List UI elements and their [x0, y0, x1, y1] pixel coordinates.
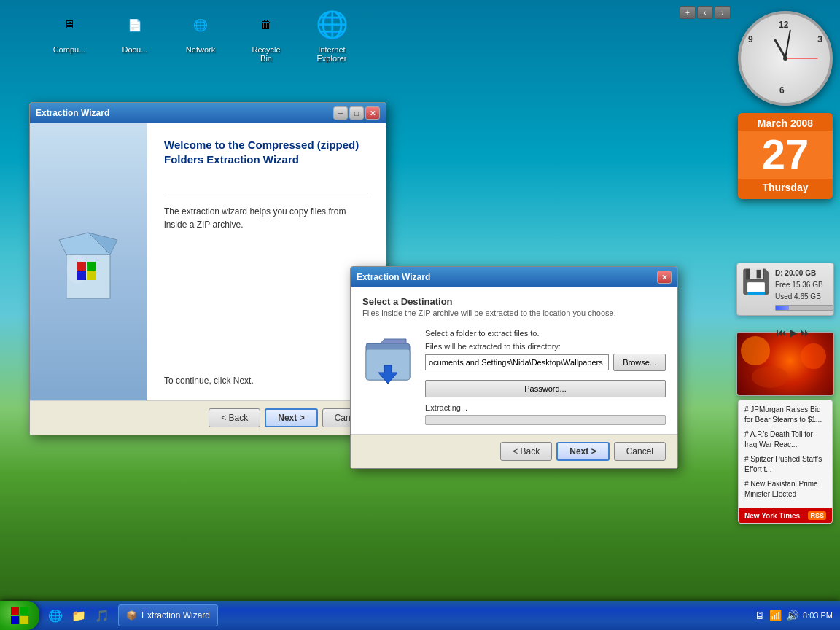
news-item-4[interactable]: # New Pakistani Prime Minister Elected — [744, 479, 826, 499]
clock-widget: 12 3 6 9 — [738, 11, 833, 106]
extraction-wizard-window-1: Extraction Wizard ─ □ ✕ — [29, 102, 386, 435]
desktop-icon-group: 🖥 Compu... 📄 Docu... 🌐 Network 🗑 Recycle… — [44, 7, 357, 63]
extraction-wizard-window-2: Extraction Wizard ✕ Select a Destination… — [350, 266, 678, 469]
svg-point-7 — [66, 254, 88, 284]
path-input[interactable] — [425, 354, 609, 370]
taskbar-app-icon: 📦 — [126, 610, 137, 621]
window1-body: Welcome to the Compressed (zipped) Folde… — [30, 123, 386, 400]
news-item-1[interactable]: # JPMorgan Raises Bid for Bear Stearns t… — [744, 405, 826, 425]
window1-maximize-button[interactable]: □ — [349, 106, 364, 120]
hdd-icon: 💾 — [742, 268, 771, 295]
next-gadget-button[interactable]: › — [715, 6, 731, 19]
computer-icon-label: Compu... — [53, 45, 86, 54]
path-label: Files will be extracted to this director… — [425, 342, 666, 351]
window1-minimize-button[interactable]: ─ — [333, 106, 348, 120]
path-input-row: Browse... — [425, 354, 666, 371]
flower-widget — [736, 332, 834, 396]
play-button[interactable]: ▶ — [790, 327, 798, 338]
clock-num-12: 12 — [779, 20, 788, 30]
calendar-month: March 2008 — [738, 113, 833, 131]
wizard-welcome-title: Welcome to the Compressed (zipped) Folde… — [164, 138, 368, 166]
extracting-label: Extracting... — [425, 403, 666, 412]
window1-titlebar: Extraction Wizard ─ □ ✕ — [30, 103, 386, 123]
desktop-icon-ie[interactable]: 🌐 InternetExplorer — [306, 7, 357, 63]
folder-label: Select a folder to extract files to. — [425, 329, 666, 338]
browse-button[interactable]: Browse... — [613, 354, 666, 371]
folder-svg — [362, 329, 413, 387]
news-footer: New York Times RSS — [739, 508, 832, 523]
window1-controls: ─ □ ✕ — [333, 106, 380, 120]
desktop-icon-documents[interactable]: 📄 Docu... — [109, 7, 160, 63]
news-widget: # JPMorgan Raises Bid for Bear Stearns t… — [738, 400, 833, 524]
taskbar: 🌐 📁 🎵 📦 Extraction Wizard 🖥 📶 🔊 8:03 PM — [0, 601, 840, 630]
desktop-icon-network[interactable]: 🌐 Network — [175, 7, 226, 63]
tray-network-icon[interactable]: 📶 — [769, 610, 782, 621]
storage-bar — [775, 305, 833, 311]
news-content: # JPMorgan Raises Bid for Bear Stearns t… — [739, 400, 832, 508]
svg-rect-14 — [20, 616, 28, 624]
window2-cancel-button[interactable]: Cancel — [614, 442, 666, 461]
tray-monitor-icon[interactable]: 🖥 — [755, 610, 765, 621]
window2-titlebar: Extraction Wizard ✕ — [351, 267, 677, 287]
window2-section-title: Select a Destination — [362, 296, 666, 307]
storage-widget: 💾 D: 20.00 GB Free 15.36 GB Used 4.65 GB — [736, 262, 834, 316]
window2-section: Select a folder to extract files to. Fil… — [362, 329, 666, 425]
flower-image — [737, 332, 833, 395]
window2-next-button[interactable]: Next > — [556, 442, 609, 461]
taskbar-tray: 🖥 📶 🔊 8:03 PM — [755, 610, 840, 621]
desktop-icon-recycle[interactable]: 🗑 RecycleBin — [241, 7, 292, 63]
prev-gadget-button[interactable]: ‹ — [697, 6, 713, 19]
window2-form: Select a folder to extract files to. Fil… — [425, 329, 666, 425]
window1-back-button[interactable]: < Back — [209, 408, 260, 427]
recycle-bin-label: RecycleBin — [252, 45, 280, 63]
window1-title: Extraction Wizard — [36, 108, 333, 118]
wizard-continue-text: To continue, click Next. — [164, 376, 368, 386]
storage-free: Free 15.36 GB — [775, 279, 833, 291]
storage-drive: D: 20.00 GB — [775, 268, 833, 279]
window2-section-subtitle: Files inside the ZIP archive will be ext… — [362, 308, 666, 317]
desktop-icon-computer[interactable]: 🖥 Compu... — [44, 7, 95, 63]
wizard-description: The extraction wizard helps you copy fil… — [164, 205, 368, 231]
computer-icon: 🖥 — [52, 7, 87, 42]
storage-bar-fill — [776, 306, 789, 310]
quick-launch-media[interactable]: 🎵 — [92, 605, 112, 626]
recycle-bin-icon: 🗑 — [249, 7, 284, 42]
storage-details: D: 20.00 GB Free 15.36 GB Used 4.65 GB — [775, 268, 833, 311]
clock-num-9: 9 — [748, 34, 753, 44]
progress-bar — [425, 415, 666, 425]
password-button[interactable]: Password... — [425, 380, 666, 397]
window1-close-button[interactable]: ✕ — [365, 106, 380, 120]
news-item-3[interactable]: # Spitzer Pushed Staff's Effort t... — [744, 454, 826, 475]
calendar-weekday: Thursday — [738, 179, 833, 199]
desktop: + ‹ › 🖥 Compu... 📄 Docu... 🌐 Network 🗑 R… — [0, 0, 840, 630]
window1-footer: < Back Next > Cancel — [30, 400, 386, 435]
clock-minute-hand — [785, 29, 791, 58]
calendar-day: 27 — [738, 131, 833, 179]
tray-volume-icon[interactable]: 🔊 — [786, 610, 798, 621]
window1-content-inner: Welcome to the Compressed (zipped) Folde… — [164, 138, 368, 386]
add-gadget-button[interactable]: + — [680, 6, 696, 19]
news-item-2[interactable]: # A.P.'s Death Toll for Iraq War Reac... — [744, 429, 826, 450]
window2-back-button[interactable]: < Back — [500, 442, 552, 461]
start-button[interactable] — [0, 601, 39, 630]
prev-track-button[interactable]: ⏮ — [777, 327, 787, 338]
network-icon-label: Network — [186, 45, 215, 54]
next-track-button[interactable]: ⏭ — [801, 327, 811, 338]
windows-logo-icon — [9, 605, 30, 626]
quick-launch-folder[interactable]: 📁 — [69, 605, 89, 626]
clock-center-dot — [783, 56, 788, 61]
svg-rect-12 — [20, 607, 28, 615]
window2-close-button[interactable]: ✕ — [657, 271, 672, 284]
svg-rect-11 — [11, 607, 19, 615]
sidebar-controls: + ‹ › — [680, 6, 731, 19]
news-source: New York Times — [744, 512, 800, 520]
taskbar-app-extraction-wizard[interactable]: 📦 Extraction Wizard — [118, 604, 218, 626]
storage-used: Used 4.65 GB — [775, 291, 833, 303]
quick-launch-ie[interactable]: 🌐 — [45, 605, 66, 626]
documents-icon: 📄 — [117, 7, 152, 42]
svg-rect-13 — [11, 616, 19, 624]
window1-next-button[interactable]: Next > — [265, 408, 317, 427]
window1-sidebar — [30, 123, 147, 400]
calendar-widget: March 2008 27 Thursday — [738, 113, 833, 199]
taskbar-quick-launch: 🌐 📁 🎵 — [45, 605, 112, 626]
